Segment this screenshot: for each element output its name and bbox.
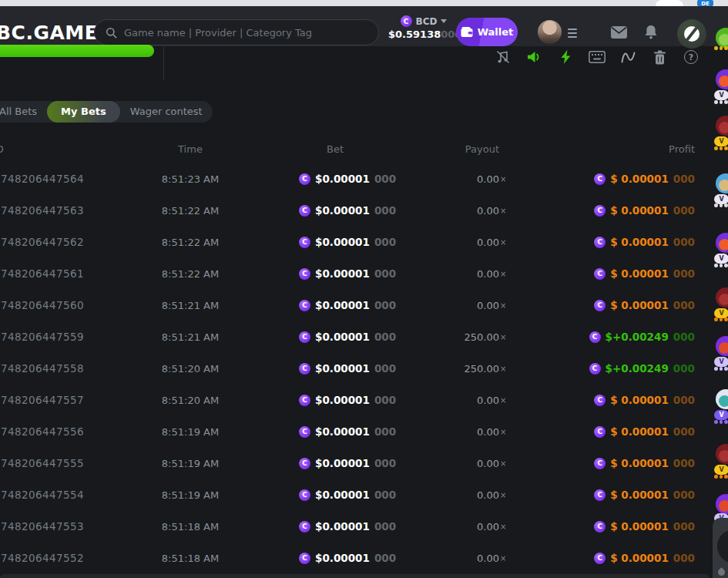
bet-id: 748206447553: [1, 511, 84, 543]
chat-toggle-button[interactable]: [677, 19, 706, 49]
bet-amount: C$0.00001000: [299, 353, 396, 385]
user-avatar[interactable]: [538, 20, 562, 44]
chat-user-avatar[interactable]: [716, 336, 728, 356]
bet-amount: C$0.00001000: [299, 163, 396, 195]
chat-scroll-button[interactable]: [717, 530, 728, 563]
tab-all-bets[interactable]: All Bets: [0, 101, 47, 123]
bet-payout: 0.00×: [416, 511, 499, 543]
tab-my-bets[interactable]: My Bets: [47, 101, 120, 123]
table-row[interactable]: 7482064475648:51:23 AMC$0.000010000.00×C…: [0, 163, 709, 195]
table-row[interactable]: 7482064475598:51:21 AMC$0.00001000250.00…: [0, 321, 709, 353]
vip-badge: V: [714, 357, 728, 367]
table-row[interactable]: 7482064475608:51:21 AMC$0.000010000.00×C…: [0, 290, 709, 321]
chat-user-avatar[interactable]: [716, 173, 728, 193]
bet-payout: 0.00×: [416, 195, 499, 227]
chat-bottom-panel: [713, 518, 728, 578]
bc-game-logo[interactable]: BC.GAME: [0, 22, 98, 44]
bet-payout: 0.00×: [416, 385, 499, 416]
bet-id: 748206447563: [1, 195, 84, 227]
chat-user-avatar[interactable]: [716, 287, 728, 307]
table-row[interactable]: 7482064475588:51:20 AMC$0.00001000250.00…: [0, 353, 709, 385]
music-off-icon[interactable]: [495, 49, 512, 66]
chat-user-avatar[interactable]: [716, 69, 728, 89]
turbo-bolt-icon[interactable]: [557, 49, 574, 66]
next-section-edge: [0, 574, 710, 578]
bet-payout: 0.00×: [416, 290, 499, 321]
browser-extension-badge[interactable]: DE: [697, 0, 713, 6]
bet-profit: C$ 0.00001000: [539, 258, 695, 290]
bet-payout: 250.00×: [416, 353, 499, 385]
trends-wave-icon[interactable]: [620, 49, 637, 66]
chat-message-dots: [714, 475, 728, 479]
bet-id: 748206447560: [1, 290, 84, 321]
bcd-coin-icon: C: [299, 521, 310, 533]
bet-id: 748206447558: [1, 353, 84, 385]
rain-drop-icon[interactable]: [716, 567, 726, 577]
bet-time: 8:51:22 AM: [154, 195, 226, 227]
chat-user-avatar[interactable]: [716, 116, 728, 136]
game-search-bar[interactable]: [94, 19, 379, 45]
bcd-coin-icon: C: [299, 173, 310, 185]
header-payout: Payout: [416, 143, 499, 155]
table-row[interactable]: 7482064475638:51:22 AMC$0.000010000.00×C…: [0, 195, 709, 227]
bet-amount: C$0.00001000: [299, 416, 396, 448]
game-progress-banner: [0, 45, 154, 57]
bet-profit: C$ 0.00001000: [539, 195, 695, 227]
user-menu-icon[interactable]: [568, 29, 577, 40]
bet-time: 8:51:19 AM: [154, 448, 226, 479]
bet-payout: 250.00×: [416, 321, 499, 353]
balance-selector[interactable]: C BCD $0.59138000: [388, 15, 459, 40]
bet-amount: C$0.00001000: [299, 227, 396, 258]
bcd-coin-icon: C: [299, 205, 310, 217]
clear-trash-icon[interactable]: [651, 49, 668, 66]
bet-time: 8:51:18 AM: [154, 511, 226, 543]
table-row[interactable]: 7482064475558:51:19 AMC$0.000010000.00×C…: [0, 448, 709, 479]
bcd-coin-icon: C: [594, 173, 606, 185]
tab-wager-contest[interactable]: Wager contest: [120, 101, 213, 123]
bcd-coin-icon: C: [594, 268, 606, 280]
search-input[interactable]: [124, 27, 367, 39]
table-row[interactable]: 7482064475548:51:19 AMC$0.000010000.00×C…: [0, 479, 709, 511]
bcd-coin-icon: C: [299, 395, 310, 406]
bet-payout: 0.00×: [416, 227, 499, 258]
bet-id: 748206447554: [1, 479, 84, 511]
sound-on-icon[interactable]: [526, 49, 543, 66]
chat-message-dots: [714, 46, 728, 50]
table-row[interactable]: 7482064475568:51:19 AMC$0.000010000.00×C…: [0, 416, 709, 448]
bet-id: 748206447559: [1, 321, 84, 353]
vip-badge: V: [714, 136, 728, 146]
bet-time: 8:51:20 AM: [154, 385, 226, 416]
bet-amount: C$0.00001000: [299, 321, 396, 353]
chat-user-avatar[interactable]: [716, 494, 728, 514]
hotkeys-keyboard-icon[interactable]: [589, 49, 606, 66]
bell-icon[interactable]: [644, 25, 658, 40]
top-header: BC.GAME C BCD $0.59138000 Wallet: [0, 6, 728, 46]
mail-icon[interactable]: [611, 26, 627, 39]
bet-time: 8:51:20 AM: [154, 353, 226, 385]
chat-user-avatar[interactable]: [716, 389, 728, 409]
table-row[interactable]: 7482064475538:51:18 AMC$0.000010000.00×C…: [0, 511, 709, 543]
bet-amount: C$0.00001000: [299, 543, 396, 574]
chat-user-avatar[interactable]: [716, 28, 728, 48]
chat-user-avatar[interactable]: [716, 233, 728, 253]
table-row[interactable]: 7482064475628:51:22 AMC$0.000010000.00×C…: [0, 227, 709, 258]
table-header-row: ID Time Bet Payout Profit: [0, 143, 709, 159]
help-icon[interactable]: ?: [683, 49, 699, 66]
bet-id: 748206447562: [1, 227, 84, 258]
bcd-coin-icon: C: [299, 553, 310, 564]
bet-payout: 0.00×: [416, 258, 499, 290]
bet-profit: C$ 0.00001000: [539, 543, 695, 574]
table-row[interactable]: 7482064475578:51:20 AMC$0.000010000.00×C…: [0, 385, 709, 416]
table-row[interactable]: 7482064475618:51:22 AMC$0.000010000.00×C…: [0, 258, 709, 290]
chat-user-avatar[interactable]: [716, 444, 728, 464]
bet-time: 8:51:21 AM: [154, 290, 226, 321]
browser-tab-corner: [656, 0, 683, 6]
header-time: Time: [154, 143, 226, 155]
wallet-button[interactable]: Wallet: [456, 18, 518, 46]
balance-amount: $0.59138000: [388, 29, 459, 40]
bcd-coin-icon: C: [299, 426, 310, 438]
vip-badge: V: [714, 254, 728, 264]
bet-amount: C$0.00001000: [299, 385, 396, 416]
bcd-coin-icon: C: [589, 331, 601, 343]
table-row[interactable]: 7482064475528:51:18 AMC$0.000010000.00×C…: [0, 543, 709, 574]
